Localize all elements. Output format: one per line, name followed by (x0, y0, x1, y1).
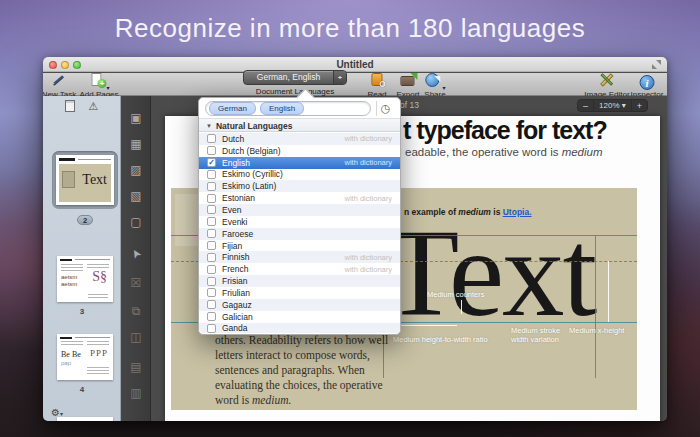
body-paragraph: others. Readability refers to how well l… (215, 333, 397, 408)
right-bound-line (595, 235, 596, 378)
info-icon: i (640, 75, 655, 90)
token-german[interactable]: German (209, 102, 256, 115)
recent-languages-clock-icon[interactable]: ◷ (376, 101, 394, 116)
titlebar: Untitled (43, 57, 667, 72)
dictionary-note: with dictionary (344, 194, 400, 203)
language-label: Finnish (222, 252, 249, 262)
language-row-even[interactable]: Even (199, 204, 400, 216)
token-english[interactable]: English (260, 102, 304, 115)
language-row-eskimo-latin-[interactable]: Eskimo (Latin) (199, 180, 400, 192)
tool-draw-text-area-tool[interactable]: ▣ (121, 112, 151, 124)
sidebar-action-gear-icon[interactable]: ⚙▾ (51, 407, 63, 418)
warnings-tab-icon[interactable]: ⚠ (89, 101, 99, 112)
document-languages-dropdown[interactable]: German, English (243, 70, 347, 85)
x-height-arrow (608, 261, 609, 322)
language-label: Faroese (222, 229, 253, 239)
tool-delete-area-tool[interactable]: ☒ (121, 277, 151, 289)
tool-table-columns-tool[interactable]: ▥ (121, 387, 151, 399)
pages-tab-icon[interactable] (65, 100, 75, 112)
language-label: Eskimo (Cyrillic) (222, 169, 283, 179)
zoom-control: – 120% ▾ + (577, 99, 648, 112)
checkbox-icon[interactable] (207, 194, 216, 203)
checkbox-checked-icon[interactable]: ✓ (207, 158, 216, 167)
page-number-badge: 2 (77, 215, 93, 225)
annotation-ratio: Medium height-to-width ratio (393, 335, 488, 344)
checkbox-icon[interactable] (207, 300, 216, 309)
language-row-frisian[interactable]: Frisian (199, 275, 400, 287)
tool-draw-table-area-tool[interactable]: ▦ (121, 138, 151, 150)
read-document-icon (368, 73, 386, 87)
checkbox-icon[interactable] (207, 277, 216, 286)
add-page-icon: + (88, 73, 106, 87)
disclosure-triangle-icon: ▼ (206, 123, 212, 129)
annotation-stroke: Medium strokewidth variation (511, 326, 560, 344)
language-row-ganda[interactable]: Ganda (199, 323, 400, 334)
checkbox-icon[interactable] (207, 288, 216, 297)
checkbox-icon[interactable] (207, 205, 216, 214)
language-row-fijian[interactable]: Fijian (199, 240, 400, 252)
tool-table-rows-tool[interactable]: ▤ (121, 361, 151, 373)
export-folder-icon (399, 73, 417, 87)
thumb-header-bar (59, 158, 75, 161)
tool-draw-image-text-area-tool[interactable]: ▧ (121, 190, 151, 202)
language-row-gagauz[interactable]: Gagauz (199, 299, 400, 311)
draw-text-area-tool-icon: ▣ (130, 111, 141, 125)
language-label: Gagauz (222, 300, 252, 310)
language-row-friulian[interactable]: Friulian (199, 287, 400, 299)
delete-area-tool-icon: ☒ (131, 276, 142, 290)
fullscreen-icon[interactable] (652, 60, 661, 69)
checkbox-icon[interactable] (207, 134, 216, 143)
checkbox-icon[interactable] (207, 229, 216, 238)
pencil-ruler-icon (598, 73, 616, 87)
checkbox-icon[interactable] (207, 324, 216, 333)
language-row-galician[interactable]: Galician (199, 311, 400, 323)
checkbox-icon[interactable] (207, 146, 216, 155)
tool-select-tool[interactable]: ➤ (121, 248, 151, 260)
zoom-in-button[interactable]: + (632, 100, 647, 111)
checkbox-icon[interactable] (207, 253, 216, 262)
thumb-image-placeholder (62, 171, 75, 188)
thumbnail-page-3[interactable]: aetsmaetsm S§ (57, 256, 113, 302)
language-list: Dutchwith dictionaryDutch (Belgian)✓Engl… (199, 133, 400, 333)
checkbox-icon[interactable] (207, 170, 216, 179)
dropdown-value: German, English (244, 71, 333, 84)
thumbnail-page-5[interactable]: dbqp abg (57, 417, 113, 421)
tool-merge-areas-tool[interactable]: ⧉ (121, 305, 151, 317)
language-label: Fijian (222, 241, 242, 251)
language-row-estonian[interactable]: Estonianwith dictionary (199, 192, 400, 204)
window-title: Untitled (43, 59, 667, 70)
thumbnail-page-4[interactable]: Be Be pap PPP (57, 334, 113, 380)
language-token-field[interactable]: German English (205, 101, 371, 116)
language-label: Frisian (222, 276, 248, 286)
language-row-eskimo-cyrillic-[interactable]: Eskimo (Cyrillic) (199, 169, 400, 181)
language-row-finnish[interactable]: Finnishwith dictionary (199, 251, 400, 263)
checkbox-icon[interactable] (207, 182, 216, 191)
desktop: { "hero": { "title": "Recognize in more … (0, 0, 700, 437)
checkbox-icon[interactable] (207, 217, 216, 226)
draw-image-area-tool-icon: ▨ (130, 163, 141, 177)
tool-draw-image-area-tool[interactable]: ▨ (121, 164, 151, 176)
checkbox-icon[interactable] (207, 265, 216, 274)
language-row-english[interactable]: ✓Englishwith dictionary (199, 157, 400, 169)
language-row-faroese[interactable]: Faroese (199, 228, 400, 240)
annotation-counters: Medium counters (427, 290, 485, 299)
app-window: Untitled New Task +▾ Add Pages Read Expo… (43, 57, 667, 421)
tool-split-areas-tool[interactable]: ◫ (121, 331, 151, 343)
tool-draw-area-tool[interactable]: ▢ (121, 216, 151, 228)
language-row-french[interactable]: Frenchwith dictionary (199, 263, 400, 275)
language-label: English (222, 158, 250, 168)
thumbnail-page-2-selected[interactable]: Text (52, 151, 118, 209)
section-header-natural-languages[interactable]: ▼Natural Languages (199, 119, 400, 132)
language-row-dutch[interactable]: Dutchwith dictionary (199, 133, 400, 145)
language-row-evenki[interactable]: Evenki (199, 216, 400, 228)
language-label: Ganda (222, 323, 248, 333)
zoom-level-menu[interactable]: 120% ▾ (593, 100, 632, 111)
checkbox-icon[interactable] (207, 312, 216, 321)
language-label: Dutch (222, 134, 244, 144)
language-row-dutch-belgian-[interactable]: Dutch (Belgian) (199, 145, 400, 157)
page-number: 3 (43, 307, 121, 316)
checkbox-icon[interactable] (207, 241, 216, 250)
zoom-out-button[interactable]: – (578, 100, 593, 111)
dictionary-note: with dictionary (344, 265, 400, 274)
language-label: Galician (222, 312, 253, 322)
